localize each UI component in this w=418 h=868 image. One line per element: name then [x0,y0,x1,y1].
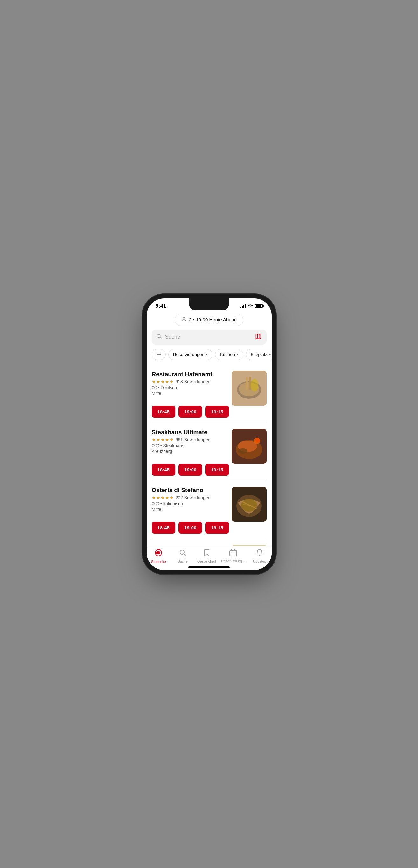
updates-icon [256,549,263,558]
search-bar[interactable]: Suche [152,330,267,345]
screen-content[interactable]: 2 • 19:00 Heute Abend Suche [147,311,272,570]
filter-reservierungen-label: Reservierungen [173,352,205,357]
time-btn-1900-hafenamt[interactable]: 19:00 [178,406,202,417]
svg-point-34 [155,552,158,554]
filter-sitzplatz-label: Sitzplatz [251,352,268,357]
time-btn-1845-steakhaus[interactable]: 18:45 [152,464,175,475]
filter-küchen-chip[interactable]: Küchen ▾ [215,349,243,360]
notch [189,299,229,310]
rating-row-steakhaus: ★ ★ ★ ★ ★ 661 Bewertungen [152,437,228,442]
stars-hafenamt: ★ ★ ★ ★ ★ [152,379,174,384]
cuisine-hafenamt: €€ • Deutsch [152,385,228,390]
svg-point-14 [251,379,258,392]
location-osteria: Mitte [152,507,228,512]
battery-icon [255,304,263,308]
tab-gespeichert-label: Gespeichert [197,559,216,563]
restaurant-name-steakhaus: Steakhaus Ultimate [152,429,228,436]
time-btn-1845-osteria[interactable]: 18:45 [152,522,175,533]
rating-row-hafenamt: ★ ★ ★ ★ ★ 618 Bewertungen [152,379,228,384]
time-buttons-osteria: 18:45 19:00 19:15 [152,522,267,533]
restaurant-card-osteria[interactable]: Osteria di Stefano ★ ★ ★ ★ ★ 202 Bewertu… [147,481,272,539]
svg-rect-12 [246,377,248,390]
tab-suche-label: Suche [177,559,187,563]
time-buttons-steakhaus: 18:45 19:00 19:15 [152,464,267,475]
filter-sitzplatz-chip[interactable]: Sitzplatz ▾ [246,349,272,360]
time-btn-1900-osteria[interactable]: 19:00 [178,522,202,533]
tab-gespeichert[interactable]: Gespeichert [197,549,216,563]
phone-frame: 9:41 [147,299,272,570]
time-btn-1915-steakhaus[interactable]: 19:15 [205,464,229,475]
time-btn-1915-osteria[interactable]: 19:15 [205,522,229,533]
svg-point-20 [238,448,247,454]
filter-settings-chip[interactable] [152,349,166,360]
chevron-down-icon: ▾ [237,352,239,356]
guest-info: 2 • 19:00 Heute Abend [189,317,237,322]
home-indicator [188,566,230,568]
map-icon[interactable] [254,333,262,341]
review-count-osteria: 202 Bewertungen [176,495,211,500]
star-4: ★ [165,379,169,384]
gespeichert-icon [204,549,210,558]
tab-startseite-label: Startseite [151,560,166,563]
time-btn-1845-hafenamt[interactable]: 18:45 [152,406,175,417]
restaurant-name-hafenamt: Restaurant Hafenamt [152,371,228,378]
wifi-icon [248,304,253,308]
time-buttons-hafenamt: 18:45 19:00 19:15 [152,406,267,417]
signal-icon [240,304,246,308]
guest-pill[interactable]: 2 • 19:00 Heute Abend [147,314,272,326]
cuisine-steakhaus: €€€ • Steakhaus [152,443,228,448]
filter-row: Reservierungen ▾ Küchen ▾ Sitzplatz ▾ [147,349,272,365]
svg-line-2 [160,337,161,338]
restaurant-image-steakhaus [232,429,267,464]
chevron-down-icon: ▾ [269,352,271,356]
restaurant-card-hafenamt[interactable]: Restaurant Hafenamt ★ ★ ★ ★ ★ 618 Bewert… [147,365,272,423]
startseite-icon [154,549,163,559]
rating-row-osteria: ★ ★ ★ ★ ★ 202 Bewertungen [152,495,228,500]
filter-küchen-label: Küchen [220,352,235,357]
restaurant-image-hafenamt [232,371,267,406]
star-2: ★ [156,379,160,384]
reservierungen-icon [229,549,237,558]
review-count-hafenamt: 618 Bewertungen [176,379,211,384]
tab-updates[interactable]: Updates [250,549,269,563]
card-info-steakhaus: Steakhaus Ultimate ★ ★ ★ ★ ★ 661 Bewertu… [152,429,228,464]
status-icons [240,304,263,308]
tab-startseite[interactable]: Startseite [149,549,168,563]
cuisine-osteria: €€€ • Italienisch [152,501,228,506]
star-1: ★ [152,379,156,384]
star-3: ★ [161,379,165,384]
restaurant-card-steakhaus[interactable]: Steakhaus Ultimate ★ ★ ★ ★ ★ 661 Bewertu… [147,423,272,480]
search-placeholder[interactable]: Suche [165,334,251,340]
card-info-osteria: Osteria di Stefano ★ ★ ★ ★ ★ 202 Bewertu… [152,487,228,522]
chevron-down-icon: ▾ [206,352,208,356]
restaurant-name-osteria: Osteria di Stefano [152,487,228,494]
stars-steakhaus: ★ ★ ★ ★ ★ [152,437,174,442]
svg-point-0 [183,317,184,319]
review-count-steakhaus: 661 Bewertungen [176,437,211,442]
guest-pill-inner[interactable]: 2 • 19:00 Heute Abend [175,314,243,326]
location-hafenamt: Mitte [152,391,228,396]
svg-point-19 [255,438,260,442]
filter-reservierungen-chip[interactable]: Reservierungen ▾ [168,349,213,360]
stars-osteria: ★ ★ ★ ★ ★ [152,495,174,500]
star-half: ★ [170,379,174,384]
tab-reservierungen[interactable]: Reservierung... [221,549,245,563]
tab-suche[interactable]: Suche [173,549,192,563]
time-btn-1900-steakhaus[interactable]: 19:00 [178,464,202,475]
svg-line-36 [184,554,186,556]
card-info-hafenamt: Restaurant Hafenamt ★ ★ ★ ★ ★ 618 Bewert… [152,371,228,406]
suche-icon [179,549,186,558]
svg-marker-3 [256,334,260,339]
status-time: 9:41 [155,303,166,309]
time-btn-1915-hafenamt[interactable]: 19:15 [205,406,229,417]
search-icon [156,334,162,341]
tab-reservierungen-label: Reservierung... [221,559,245,563]
location-steakhaus: Kreuzberg [152,449,228,454]
svg-rect-37 [230,551,237,556]
tab-updates-label: Updates [253,559,266,563]
person-icon [181,317,186,323]
restaurant-image-osteria [232,487,267,522]
